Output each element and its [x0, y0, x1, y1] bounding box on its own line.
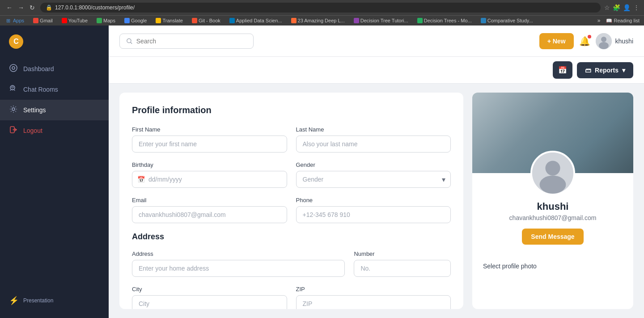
search-input[interactable]	[136, 38, 247, 45]
sidebar: C Dashboard	[0, 25, 109, 318]
birthday-group: Birthday 📅	[132, 161, 287, 188]
number-input[interactable]	[354, 260, 451, 277]
profile-username: khushi	[537, 201, 569, 212]
logo-icon: C	[9, 34, 23, 49]
browser-actions: ☆ 🧩 👤 ⋮	[604, 4, 640, 11]
reload-button[interactable]: ↻	[28, 3, 37, 12]
search-icon	[126, 38, 133, 45]
bookmark-cs-label: Comparative Study...	[487, 18, 533, 23]
svg-point-9	[599, 42, 609, 49]
address-number-row: Address Number	[132, 250, 451, 277]
browser-toolbar: ← → ↻ 🔒 127.0.0.1:8000/customers/profile…	[0, 0, 644, 15]
ds-favicon	[229, 18, 235, 23]
reports-label: Reports	[595, 67, 619, 74]
bookmark-google[interactable]: Google	[123, 17, 148, 24]
profile-btn[interactable]: 👤	[623, 4, 631, 11]
bookmark-youtube[interactable]: YouTube	[60, 17, 89, 24]
extensions-btn[interactable]: 🧩	[613, 4, 620, 11]
address-group: Address	[132, 250, 345, 277]
browser-nav-buttons: ← → ↻	[4, 3, 37, 12]
birthday-input[interactable]	[132, 171, 287, 188]
phone-input[interactable]	[296, 206, 451, 223]
gmail-favicon	[33, 18, 38, 23]
bookmark-ds[interactable]: Applied Data Scien...	[228, 17, 284, 24]
sidebar-bottom: ⚡ Presentation	[0, 283, 109, 318]
first-name-group: First Name	[132, 126, 287, 153]
send-message-button[interactable]: Send Message	[522, 229, 583, 245]
first-name-input[interactable]	[132, 136, 287, 153]
back-button[interactable]: ←	[4, 3, 14, 12]
sidebar-item-chat-rooms[interactable]: Chat Rooms	[0, 79, 109, 100]
last-name-input[interactable]	[296, 136, 451, 153]
reports-button[interactable]: 🗃 Reports ▾	[577, 62, 633, 78]
bookmark-git-label: Git - Book	[199, 18, 220, 23]
number-label: Number	[354, 250, 451, 257]
bookmark-dl[interactable]: 23 Amazing Deep L...	[289, 17, 347, 24]
gender-label: Gender	[296, 161, 451, 168]
forward-button[interactable]: →	[16, 3, 26, 12]
city-label: City	[132, 286, 287, 293]
city-zip-row: City ZIP	[132, 286, 451, 309]
presentation-label: Presentation	[23, 297, 53, 304]
reading-list-label: Reading list	[614, 18, 640, 23]
city-group: City	[132, 286, 287, 309]
dt1-favicon	[354, 18, 359, 23]
user-menu-button[interactable]: khushi	[596, 33, 633, 49]
email-group: Email	[132, 197, 287, 223]
youtube-favicon	[62, 18, 67, 23]
bookmark-cs[interactable]: Comparative Study...	[479, 17, 535, 24]
bookmark-apps-label: Apps	[13, 18, 24, 23]
bookmark-git[interactable]: Git - Book	[190, 17, 222, 24]
number-group: Number	[354, 250, 451, 277]
address-section-title: Address	[132, 232, 451, 242]
notification-button[interactable]: 🔔	[579, 36, 590, 47]
sidebar-item-settings[interactable]: Settings	[0, 100, 109, 120]
bookmark-translate[interactable]: Translate	[154, 17, 184, 24]
bookmark-dt2[interactable]: Decision Trees - Mo...	[415, 17, 474, 24]
bookmark-gmail[interactable]: Gmail	[31, 17, 55, 24]
more-bookmarks-button[interactable]: »	[597, 17, 601, 24]
city-input[interactable]	[132, 295, 287, 309]
sidebar-item-dashboard[interactable]: Dashboard	[0, 59, 109, 79]
bookmark-dt1[interactable]: Decision Tree Tutori...	[352, 17, 410, 24]
svg-point-0	[10, 64, 17, 72]
calendar-button[interactable]: 📅	[553, 61, 572, 79]
first-name-label: First Name	[132, 126, 287, 133]
sidebar-item-settings-label: Settings	[23, 106, 46, 114]
menu-btn[interactable]: ⋮	[633, 4, 640, 11]
gender-select[interactable]: Gender Male Female Other	[296, 171, 451, 188]
dl-favicon	[291, 18, 297, 23]
profile-avatar	[530, 151, 575, 195]
sidebar-presentation[interactable]: ⚡ Presentation	[9, 292, 100, 309]
email-phone-row: Email Phone	[132, 197, 451, 223]
translate-favicon	[156, 18, 161, 23]
sidebar-item-logout[interactable]: Logout	[0, 120, 109, 141]
address-input[interactable]	[132, 260, 345, 277]
profile-avatar-icon	[532, 151, 573, 195]
url-bar[interactable]: 🔒 127.0.0.1:8000/customers/profile/	[40, 3, 601, 13]
reading-list-button[interactable]: 📖 Reading list	[606, 18, 640, 24]
bookmark-star[interactable]: ☆	[604, 4, 610, 11]
username-label: khushi	[615, 38, 633, 45]
zip-input[interactable]	[296, 295, 451, 309]
bookmark-yt-label: YouTube	[68, 18, 88, 23]
zip-label: ZIP	[296, 286, 451, 293]
reports-icon: 🗃	[585, 67, 591, 74]
new-button[interactable]: + New	[539, 33, 574, 49]
search-box[interactable]	[119, 34, 254, 49]
bookmark-apps[interactable]: ⊞ Apps	[4, 17, 26, 24]
topbar: + New 🔔 khushi	[109, 25, 644, 57]
bookmark-gmail-label: Gmail	[40, 18, 53, 23]
svg-point-4	[12, 108, 15, 110]
gender-group: Gender Gender Male Female Other	[296, 161, 451, 188]
calendar-icon: 📅	[558, 66, 567, 74]
notification-badge	[588, 35, 591, 38]
sidebar-item-chat-rooms-label: Chat Rooms	[23, 86, 58, 93]
zip-group: ZIP	[296, 286, 451, 309]
bookmark-maps[interactable]: Maps	[95, 17, 117, 24]
chat-rooms-icon	[9, 85, 18, 94]
email-input[interactable]	[132, 206, 287, 223]
profile-form-card: Profile information First Name Last Name…	[119, 93, 463, 309]
bookmark-maps-label: Maps	[103, 18, 115, 23]
dt2-favicon	[417, 18, 423, 23]
